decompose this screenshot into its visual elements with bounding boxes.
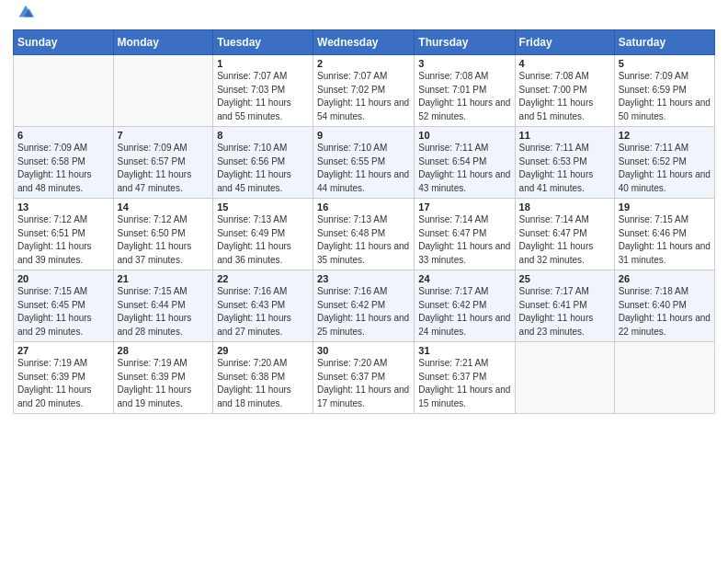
day-info: Sunrise: 7:15 AMSunset: 6:46 PMDaylight:… (619, 213, 711, 267)
calendar-cell: 28Sunrise: 7:19 AMSunset: 6:39 PMDayligh… (113, 342, 213, 414)
calendar-cell: 7Sunrise: 7:09 AMSunset: 6:57 PMDaylight… (113, 127, 213, 199)
weekday-header-wednesday: Wednesday (313, 30, 415, 55)
weekday-header-saturday: Saturday (614, 30, 714, 55)
day-info: Sunrise: 7:09 AMSunset: 6:58 PMDaylight:… (17, 142, 109, 195)
calendar-cell: 29Sunrise: 7:20 AMSunset: 6:38 PMDayligh… (213, 342, 313, 414)
calendar-cell: 14Sunrise: 7:12 AMSunset: 6:50 PMDayligh… (113, 199, 213, 270)
day-info: Sunrise: 7:07 AMSunset: 7:02 PMDaylight:… (317, 70, 410, 123)
day-number: 27 (17, 345, 109, 356)
day-info: Sunrise: 7:12 AMSunset: 6:50 PMDaylight:… (118, 213, 210, 267)
day-number: 6 (17, 130, 109, 141)
day-info: Sunrise: 7:14 AMSunset: 6:47 PMDaylight:… (519, 213, 610, 267)
day-info: Sunrise: 7:09 AMSunset: 6:59 PMDaylight:… (619, 70, 711, 123)
day-info: Sunrise: 7:15 AMSunset: 6:44 PMDaylight:… (118, 285, 210, 339)
day-info: Sunrise: 7:13 AMSunset: 6:48 PMDaylight:… (317, 213, 410, 267)
day-info: Sunrise: 7:14 AMSunset: 6:47 PMDaylight:… (418, 213, 510, 267)
day-info: Sunrise: 7:17 AMSunset: 6:42 PMDaylight:… (418, 285, 510, 339)
day-number: 25 (519, 273, 610, 284)
day-number: 8 (217, 130, 309, 141)
calendar-cell: 2Sunrise: 7:07 AMSunset: 7:02 PMDaylight… (313, 55, 415, 127)
calendar-cell: 15Sunrise: 7:13 AMSunset: 6:49 PMDayligh… (213, 199, 313, 270)
calendar-week-1: 1Sunrise: 7:07 AMSunset: 7:03 PMDaylight… (14, 55, 715, 127)
calendar-cell: 5Sunrise: 7:09 AMSunset: 6:59 PMDaylight… (614, 55, 714, 127)
calendar-cell: 9Sunrise: 7:10 AMSunset: 6:55 PMDaylight… (313, 127, 415, 199)
calendar-week-4: 20Sunrise: 7:15 AMSunset: 6:45 PMDayligh… (14, 270, 715, 342)
day-info: Sunrise: 7:19 AMSunset: 6:39 PMDaylight:… (118, 357, 210, 410)
day-number: 2 (317, 58, 410, 69)
calendar-cell (113, 55, 213, 127)
weekday-header-row: SundayMondayTuesdayWednesdayThursdayFrid… (14, 30, 715, 55)
day-number: 17 (418, 201, 510, 213)
day-info: Sunrise: 7:12 AMSunset: 6:51 PMDaylight:… (17, 213, 109, 267)
calendar-cell: 6Sunrise: 7:09 AMSunset: 6:58 PMDaylight… (14, 127, 114, 199)
day-info: Sunrise: 7:09 AMSunset: 6:57 PMDaylight:… (118, 142, 210, 195)
calendar-cell: 30Sunrise: 7:20 AMSunset: 6:37 PMDayligh… (313, 342, 415, 414)
calendar-cell: 23Sunrise: 7:16 AMSunset: 6:42 PMDayligh… (313, 270, 415, 342)
calendar-cell: 27Sunrise: 7:19 AMSunset: 6:39 PMDayligh… (14, 342, 114, 414)
weekday-header-friday: Friday (515, 30, 614, 55)
day-number: 19 (619, 201, 711, 213)
day-number: 29 (217, 345, 309, 356)
day-number: 14 (118, 201, 210, 213)
day-info: Sunrise: 7:07 AMSunset: 7:03 PMDaylight:… (217, 70, 309, 123)
day-number: 11 (519, 130, 610, 141)
day-number: 24 (418, 273, 510, 284)
page: SundayMondayTuesdayWednesdayThursdayFrid… (0, 0, 728, 563)
calendar-cell: 19Sunrise: 7:15 AMSunset: 6:46 PMDayligh… (614, 199, 714, 270)
day-info: Sunrise: 7:13 AMSunset: 6:49 PMDaylight:… (217, 213, 309, 267)
calendar-week-5: 27Sunrise: 7:19 AMSunset: 6:39 PMDayligh… (14, 342, 715, 414)
day-number: 20 (17, 273, 109, 284)
day-info: Sunrise: 7:20 AMSunset: 6:37 PMDaylight:… (317, 357, 410, 410)
calendar-cell: 25Sunrise: 7:17 AMSunset: 6:41 PMDayligh… (515, 270, 614, 342)
logo-icon (16, 2, 36, 22)
calendar-week-2: 6Sunrise: 7:09 AMSunset: 6:58 PMDaylight… (14, 127, 715, 199)
day-info: Sunrise: 7:10 AMSunset: 6:55 PMDaylight:… (317, 142, 410, 195)
calendar-cell (614, 342, 714, 414)
day-number: 21 (118, 273, 210, 284)
calendar-cell: 11Sunrise: 7:11 AMSunset: 6:53 PMDayligh… (515, 127, 614, 199)
day-number: 1 (217, 58, 309, 69)
calendar-cell: 18Sunrise: 7:14 AMSunset: 6:47 PMDayligh… (515, 199, 614, 270)
day-info: Sunrise: 7:10 AMSunset: 6:56 PMDaylight:… (217, 142, 309, 195)
calendar-cell: 3Sunrise: 7:08 AMSunset: 7:01 PMDaylight… (415, 55, 515, 127)
day-number: 30 (317, 345, 410, 356)
day-info: Sunrise: 7:17 AMSunset: 6:41 PMDaylight:… (519, 285, 610, 339)
calendar-cell: 26Sunrise: 7:18 AMSunset: 6:40 PMDayligh… (614, 270, 714, 342)
calendar-week-3: 13Sunrise: 7:12 AMSunset: 6:51 PMDayligh… (14, 199, 715, 270)
day-info: Sunrise: 7:18 AMSunset: 6:40 PMDaylight:… (619, 285, 711, 339)
day-number: 22 (217, 273, 309, 284)
calendar-cell: 8Sunrise: 7:10 AMSunset: 6:56 PMDaylight… (213, 127, 313, 199)
calendar-cell: 1Sunrise: 7:07 AMSunset: 7:03 PMDaylight… (213, 55, 313, 127)
day-number: 4 (519, 58, 610, 69)
day-info: Sunrise: 7:15 AMSunset: 6:45 PMDaylight:… (17, 285, 109, 339)
day-info: Sunrise: 7:21 AMSunset: 6:37 PMDaylight:… (418, 357, 510, 410)
calendar-cell: 24Sunrise: 7:17 AMSunset: 6:42 PMDayligh… (415, 270, 515, 342)
calendar-cell: 12Sunrise: 7:11 AMSunset: 6:52 PMDayligh… (614, 127, 714, 199)
day-number: 23 (317, 273, 410, 284)
day-number: 13 (17, 201, 109, 213)
day-number: 3 (418, 58, 510, 69)
header (13, 9, 715, 22)
day-number: 31 (418, 345, 510, 356)
day-info: Sunrise: 7:16 AMSunset: 6:43 PMDaylight:… (217, 285, 309, 339)
day-number: 15 (217, 201, 309, 213)
calendar-cell: 20Sunrise: 7:15 AMSunset: 6:45 PMDayligh… (14, 270, 114, 342)
day-info: Sunrise: 7:08 AMSunset: 7:00 PMDaylight:… (519, 70, 610, 123)
calendar-cell: 16Sunrise: 7:13 AMSunset: 6:48 PMDayligh… (313, 199, 415, 270)
calendar-cell (515, 342, 614, 414)
day-info: Sunrise: 7:08 AMSunset: 7:01 PMDaylight:… (418, 70, 510, 123)
calendar-cell: 17Sunrise: 7:14 AMSunset: 6:47 PMDayligh… (415, 199, 515, 270)
calendar-cell: 4Sunrise: 7:08 AMSunset: 7:00 PMDaylight… (515, 55, 614, 127)
day-info: Sunrise: 7:19 AMSunset: 6:39 PMDaylight:… (17, 357, 109, 410)
weekday-header-tuesday: Tuesday (213, 30, 313, 55)
calendar-cell: 10Sunrise: 7:11 AMSunset: 6:54 PMDayligh… (415, 127, 515, 199)
calendar-table: SundayMondayTuesdayWednesdayThursdayFrid… (13, 29, 715, 414)
weekday-header-sunday: Sunday (14, 30, 114, 55)
day-number: 10 (418, 130, 510, 141)
weekday-header-monday: Monday (113, 30, 213, 55)
day-number: 16 (317, 201, 410, 213)
day-info: Sunrise: 7:11 AMSunset: 6:54 PMDaylight:… (418, 142, 510, 195)
day-number: 7 (118, 130, 210, 141)
calendar-cell: 31Sunrise: 7:21 AMSunset: 6:37 PMDayligh… (415, 342, 515, 414)
calendar-cell (14, 55, 114, 127)
